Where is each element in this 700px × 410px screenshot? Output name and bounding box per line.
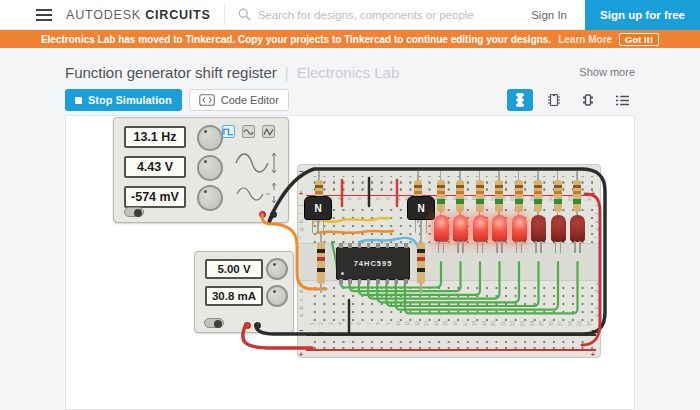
- chip-pins-top: [339, 243, 409, 248]
- transistor-2-legs: [407, 220, 435, 233]
- chip-pin1-marker: [341, 272, 344, 275]
- sign-up-button[interactable]: Sign up for free: [585, 0, 700, 30]
- title-separator: |: [285, 64, 289, 81]
- logo-primary: AUTODESK: [66, 8, 141, 22]
- code-editor-label: Code Editor: [221, 94, 279, 106]
- circuit-canvas[interactable]: 13.1 Hz 4.43 V -574 mV 5.00 V 30.8 mA: [65, 115, 635, 410]
- transistor-1-body: N: [304, 196, 332, 220]
- logo-secondary: CIRCUITS: [145, 8, 210, 22]
- tinkercad-migration-banner: Electronics Lab has moved to Tinkercad. …: [0, 30, 700, 48]
- pcb-view-icon: [580, 93, 596, 107]
- shift-register-chip[interactable]: 74HC595: [336, 247, 410, 280]
- page-subtitle: Electronics Lab: [297, 64, 400, 81]
- search-icon: [238, 8, 251, 21]
- app-logo[interactable]: AUTODESK CIRCUITS: [66, 8, 211, 22]
- top-navigation-bar: AUTODESK CIRCUITS Sign In Sign up for fr…: [0, 0, 700, 30]
- stop-simulation-label: Stop Simulation: [88, 94, 172, 106]
- learn-more-link[interactable]: Learn More: [558, 34, 612, 45]
- led-off[interactable]: [551, 215, 566, 242]
- page-title: Function generator shift register: [65, 64, 277, 81]
- got-it-button[interactable]: Got It!: [619, 33, 659, 46]
- resistor-chip-right[interactable]: [417, 242, 425, 284]
- app-root: AUTODESK CIRCUITS Sign In Sign up for fr…: [0, 0, 700, 410]
- led-on[interactable]: [512, 215, 527, 242]
- breadboard-view-button[interactable]: [507, 89, 533, 111]
- sign-in-link[interactable]: Sign In: [531, 9, 567, 21]
- chip-label: 74HC595: [354, 259, 393, 268]
- led-on[interactable]: [492, 215, 507, 242]
- led-resistor[interactable]: [573, 180, 581, 212]
- led-off[interactable]: [531, 215, 546, 242]
- stop-icon: [75, 97, 82, 104]
- wire-red-power-supply[interactable]: [243, 324, 312, 348]
- led-on[interactable]: [473, 215, 488, 242]
- header-divider: [224, 5, 225, 25]
- component-list-icon: [615, 94, 630, 107]
- view-switcher: [507, 89, 635, 111]
- pcb-view-button[interactable]: [575, 89, 601, 111]
- search-input[interactable]: [258, 9, 518, 21]
- schematic-view-icon: [546, 93, 562, 107]
- hamburger-menu-icon[interactable]: [36, 9, 52, 21]
- wire-black-power-supply[interactable]: [256, 325, 322, 334]
- led-resistor[interactable]: [534, 180, 542, 212]
- led-off[interactable]: [570, 215, 585, 242]
- editor-toolbar: Stop Simulation Code Editor: [65, 88, 635, 112]
- led-resistor[interactable]: [476, 180, 484, 212]
- resistor-chip-left[interactable]: [317, 242, 325, 284]
- led-resistor[interactable]: [554, 180, 562, 212]
- led-resistor[interactable]: [515, 180, 523, 212]
- banner-message: Electronics Lab has moved to Tinkercad. …: [41, 34, 551, 45]
- show-more-link[interactable]: Show more: [579, 66, 635, 78]
- stop-simulation-button[interactable]: Stop Simulation: [65, 89, 182, 111]
- chip-pins-bottom: [339, 279, 409, 284]
- led-resistor[interactable]: [456, 180, 464, 212]
- led-resistor[interactable]: [437, 180, 445, 212]
- code-icon: [199, 94, 215, 106]
- component-list-button[interactable]: [609, 89, 635, 111]
- breadboard-view-icon: [513, 92, 527, 108]
- title-row: Function generator shift register | Elec…: [65, 60, 635, 84]
- led-resistor[interactable]: [495, 180, 503, 212]
- code-editor-button[interactable]: Code Editor: [189, 89, 289, 111]
- led-on[interactable]: [453, 215, 468, 242]
- schematic-view-button[interactable]: [541, 89, 567, 111]
- transistor-2[interactable]: N: [407, 196, 435, 220]
- wire-red-rail-link[interactable]: [582, 194, 600, 345]
- search-bar[interactable]: [238, 8, 532, 21]
- transistor-2-body: N: [407, 196, 435, 220]
- led-on[interactable]: [434, 215, 449, 242]
- transistor-1[interactable]: N: [304, 196, 332, 220]
- transistor-1-legs: [304, 220, 332, 233]
